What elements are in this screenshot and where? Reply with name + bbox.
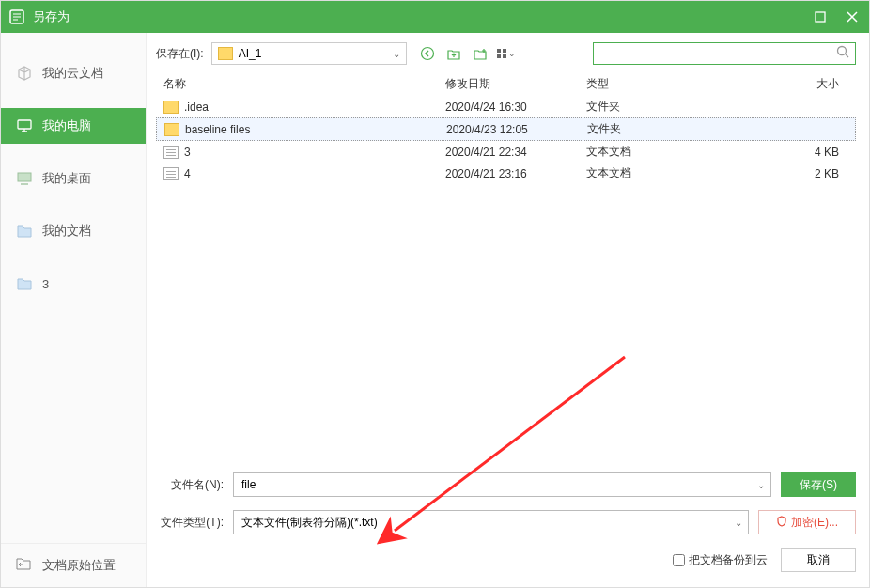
- filename-value: file: [241, 478, 256, 491]
- sidebar-item-label: 我的电脑: [42, 117, 91, 134]
- view-mode-button[interactable]: ⌄: [497, 44, 516, 63]
- sidebar: 我的云文档 我的电脑 我的桌面 我的文档 3 文档原始位置: [1, 33, 147, 587]
- save-form: 文件名(N): file ⌄ 保存(S) 文件类型(T): 文本文件(制表符分隔…: [156, 467, 856, 578]
- search-icon: [836, 45, 849, 62]
- chevron-down-icon: ⌄: [393, 49, 400, 59]
- search-box[interactable]: [593, 42, 856, 65]
- back-folder-icon: [16, 557, 33, 574]
- file-name: 3: [184, 146, 445, 159]
- sidebar-item-label: 3: [42, 277, 49, 291]
- file-list: .idea 2020/4/24 16:30 文件夹 baseline files…: [156, 96, 856, 467]
- file-name: baseline files: [185, 123, 446, 136]
- maximize-button[interactable]: [811, 8, 830, 26]
- folder-icon: [164, 123, 179, 136]
- title-bar: 另存为: [1, 1, 869, 33]
- svg-rect-1: [816, 12, 825, 22]
- filename-input[interactable]: file ⌄: [233, 472, 771, 497]
- backup-label: 把文档备份到云: [689, 552, 768, 568]
- folder-icon: [16, 223, 33, 240]
- backup-checkbox-input[interactable]: [673, 554, 685, 566]
- grid-icon: [497, 49, 506, 58]
- content-area: 保存在(I): AI_1 ⌄ ⌄: [147, 33, 869, 587]
- cube-icon: [16, 65, 33, 82]
- save-button[interactable]: 保存(S): [781, 472, 856, 497]
- location-dropdown[interactable]: AI_1 ⌄: [211, 42, 407, 65]
- file-size: 4 KB: [708, 146, 848, 159]
- column-date[interactable]: 修改日期: [445, 76, 586, 92]
- text-file-icon: [163, 146, 179, 159]
- back-button[interactable]: [418, 44, 437, 63]
- file-date: 2020/4/21 23:16: [445, 167, 586, 180]
- text-file-icon: [163, 167, 179, 180]
- folder-icon: [163, 101, 179, 114]
- file-row[interactable]: .idea 2020/4/24 16:30 文件夹: [156, 96, 856, 117]
- window-title: 另存为: [33, 8, 811, 25]
- chevron-down-icon: ⌄: [757, 480, 765, 490]
- sidebar-item-my-documents[interactable]: 我的文档: [1, 213, 146, 249]
- filetype-dropdown[interactable]: 文本文件(制表符分隔)(*.txt) ⌄: [233, 510, 749, 534]
- file-size: 2 KB: [708, 167, 848, 180]
- sidebar-original-location[interactable]: 文档原始位置: [1, 543, 146, 587]
- file-row[interactable]: 4 2020/4/21 23:16 文本文档 2 KB: [156, 162, 856, 184]
- new-folder-button[interactable]: [471, 44, 489, 63]
- location-value: AI_1: [239, 47, 393, 60]
- svg-point-4: [421, 48, 433, 60]
- save-as-dialog: 另存为 我的云文档 我的电脑 我的桌面 我的文档: [0, 0, 870, 588]
- sidebar-footer-label: 文档原始位置: [42, 557, 116, 574]
- save-in-label: 保存在(I):: [156, 46, 204, 62]
- file-type: 文件夹: [586, 99, 708, 115]
- filetype-value: 文本文件(制表符分隔)(*.txt): [241, 515, 378, 531]
- cancel-button[interactable]: 取消: [781, 548, 856, 572]
- app-logo-icon: [8, 8, 25, 25]
- file-date: 2020/4/23 12:05: [446, 123, 587, 136]
- sidebar-item-label: 我的桌面: [42, 170, 91, 187]
- sidebar-item-folder-3[interactable]: 3: [1, 266, 146, 302]
- toolbar: 保存在(I): AI_1 ⌄ ⌄: [156, 42, 856, 65]
- desktop-icon: [16, 170, 33, 187]
- shield-icon: [776, 516, 787, 530]
- encrypt-button[interactable]: 加密(E)...: [758, 510, 856, 534]
- search-input[interactable]: [599, 47, 836, 60]
- file-date: 2020/4/21 22:34: [445, 146, 586, 159]
- sidebar-item-my-desktop[interactable]: 我的桌面: [1, 161, 146, 196]
- close-button[interactable]: [843, 8, 862, 26]
- sidebar-item-label: 我的文档: [42, 223, 91, 240]
- folder-icon: [218, 47, 233, 60]
- file-row[interactable]: baseline files 2020/4/23 12:05 文件夹: [156, 117, 856, 141]
- file-type: 文本文档: [586, 165, 708, 181]
- svg-rect-2: [18, 120, 31, 129]
- filename-label: 文件名(N):: [156, 477, 224, 493]
- column-type[interactable]: 类型: [586, 76, 708, 92]
- sidebar-item-cloud-docs[interactable]: 我的云文档: [1, 55, 146, 91]
- chevron-down-icon: ⌄: [735, 518, 742, 528]
- file-list-header: 名称 修改日期 类型 大小: [156, 72, 856, 96]
- sidebar-item-label: 我的云文档: [42, 65, 103, 82]
- file-date: 2020/4/24 16:30: [445, 101, 586, 114]
- file-name: .idea: [184, 101, 445, 114]
- svg-rect-3: [18, 173, 31, 181]
- up-folder-button[interactable]: [444, 44, 463, 63]
- file-row[interactable]: 3 2020/4/21 22:34 文本文档 4 KB: [156, 141, 856, 162]
- sidebar-item-my-computer[interactable]: 我的电脑: [1, 108, 146, 144]
- backup-to-cloud-checkbox[interactable]: 把文档备份到云: [673, 552, 768, 568]
- column-name[interactable]: 名称: [163, 76, 445, 92]
- svg-point-5: [838, 47, 847, 55]
- monitor-icon: [16, 117, 33, 134]
- column-size[interactable]: 大小: [708, 76, 848, 92]
- filetype-label: 文件类型(T):: [156, 515, 224, 531]
- file-type: 文件夹: [587, 121, 709, 137]
- chevron-down-icon: ⌄: [508, 49, 516, 58]
- file-name: 4: [184, 167, 445, 180]
- folder-icon: [16, 275, 33, 292]
- file-type: 文本文档: [586, 144, 708, 160]
